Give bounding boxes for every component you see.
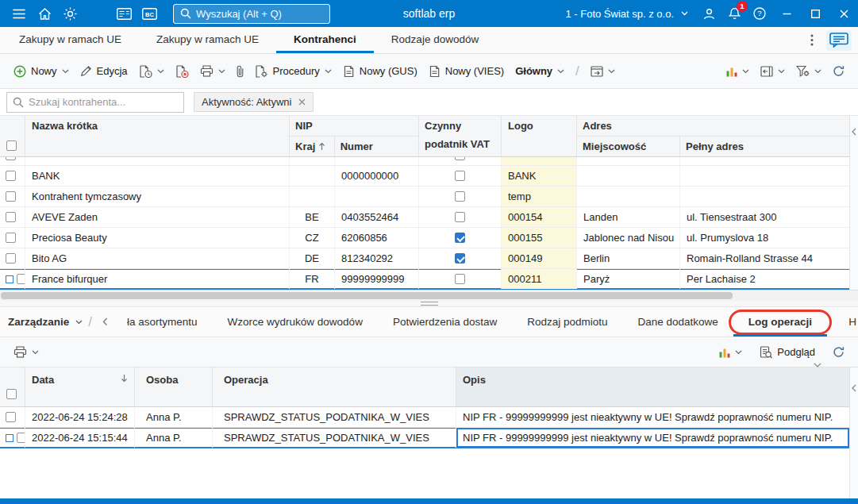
vat-checkbox[interactable] [455, 157, 465, 160]
row-checkbox[interactable] [17, 274, 25, 284]
column-header-date[interactable]: Data [25, 367, 135, 406]
column-header-logo[interactable]: Logo [502, 116, 577, 156]
contractor-row-partial[interactable] [0, 157, 858, 166]
chevron-down-icon[interactable] [814, 363, 821, 367]
select-all-checkbox[interactable] [6, 389, 17, 399]
detail-tab-clipped[interactable]: H [841, 307, 858, 337]
column-header-city[interactable]: Miejscowość [577, 137, 680, 156]
filter-settings-button[interactable] [791, 61, 827, 81]
global-search-input[interactable] [196, 8, 323, 20]
panel-splitter[interactable] [0, 301, 858, 307]
vat-checkbox[interactable] [455, 233, 465, 243]
minimize-button[interactable] [777, 3, 796, 24]
management-menu[interactable]: Zarządzanie [8, 316, 83, 328]
vat-checkbox[interactable] [455, 212, 465, 222]
new-gus-button[interactable]: Nowy (GUS) [337, 61, 423, 82]
chevron-left-icon[interactable] [852, 128, 856, 290]
detail-tab-asortyment[interactable]: ła asortymentu [112, 307, 213, 337]
log-row[interactable]: 2022-06-24 15:24:28 Anna P. SPRAWDZ_STAT… [0, 407, 858, 428]
filter-chip-activity[interactable]: Aktywność: Aktywni [194, 92, 314, 112]
tab-kontrahenci[interactable]: Kontrahenci [276, 27, 374, 53]
detail-tab-log-operacji[interactable]: Log operacji [733, 307, 827, 337]
refresh-button[interactable] [827, 61, 850, 81]
tab-zakupy-w-ramach-ue-2[interactable]: Zakupy w ramach UE [139, 27, 276, 53]
scrollbar-thumb[interactable] [1, 292, 733, 299]
chart-button[interactable] [714, 343, 748, 362]
vat-checkbox[interactable] [455, 171, 465, 181]
company-selector[interactable]: 1 - Foto Świat sp. z o.o. [565, 8, 688, 20]
delete-button[interactable] [170, 61, 194, 82]
contractor-search[interactable] [6, 92, 184, 113]
edit-button[interactable]: Edycja [75, 61, 133, 81]
row-checkbox[interactable] [6, 253, 16, 264]
chevron-down-icon [778, 69, 785, 74]
column-header-country[interactable]: Kraj [290, 137, 335, 156]
contractor-row[interactable]: France bifurquer FR 99999999999 000211 P… [0, 269, 858, 290]
row-checkbox[interactable] [6, 191, 16, 202]
chart-button[interactable] [721, 62, 755, 81]
row-checkbox[interactable] [6, 233, 16, 243]
home-icon[interactable] [35, 3, 54, 24]
tab-zakupy-w-ramach-ue-1[interactable]: Zakupy w ramach UE [2, 27, 139, 53]
column-group-nip[interactable]: NIP Kraj Numer [290, 116, 419, 156]
layout-button[interactable] [585, 62, 621, 81]
settings-icon[interactable] [60, 3, 79, 24]
panel-button[interactable] [755, 62, 791, 81]
maximize-button[interactable] [806, 3, 825, 24]
horizontal-scrollbar[interactable] [0, 290, 858, 301]
column-group-address[interactable]: Adres Miejscowość Pełny adres [577, 116, 849, 156]
contractor-row[interactable]: AVEVE Zaden BE 0403552464 000154 Landen … [0, 207, 858, 228]
contractor-row[interactable]: Kontrahent tymczasowy temp [0, 187, 858, 207]
procedures-button[interactable]: Procedury [249, 61, 337, 82]
new-vies-button[interactable]: Nowy (VIES) [423, 61, 510, 82]
view-selector[interactable]: Główny [510, 61, 570, 81]
tab-rodzaje-dowodow[interactable]: Rodzaje dowodów [374, 27, 496, 53]
column-header-vat[interactable]: Czynny podatnik VAT [419, 116, 502, 156]
detail-tab-potwierdzenia-dostaw[interactable]: Potwierdzenia dostaw [378, 307, 512, 337]
cards-icon[interactable] [114, 3, 133, 24]
history-button[interactable] [133, 61, 170, 82]
print-button[interactable] [8, 342, 44, 362]
vat-checkbox[interactable] [455, 191, 465, 202]
column-header-full-address[interactable]: Pełny adres [680, 137, 849, 156]
print-button[interactable] [194, 61, 231, 81]
chevron-left-icon[interactable] [852, 384, 856, 498]
contractor-row[interactable]: BANK 0000000000 BANK [0, 166, 858, 187]
row-checkbox[interactable] [17, 433, 25, 443]
row-checkbox[interactable] [6, 212, 16, 222]
column-header-person[interactable]: Osoba [135, 367, 213, 406]
new-button[interactable]: Nowy [8, 61, 75, 82]
user-icon[interactable] [699, 3, 718, 24]
detail-tab-wzorce-wydrukow[interactable]: Wzorce wydruków dowodów [213, 307, 378, 337]
menu-icon[interactable] [10, 3, 29, 24]
vat-checkbox[interactable] [455, 253, 465, 264]
column-header-name[interactable]: Nazwa krótka [25, 116, 290, 156]
vat-checkbox[interactable] [455, 274, 465, 284]
row-checkbox[interactable] [6, 157, 16, 160]
row-checkbox[interactable] [6, 412, 16, 422]
select-all-checkbox[interactable] [6, 140, 17, 151]
more-menu-icon[interactable] [810, 34, 814, 46]
column-header-number[interactable]: Numer [335, 137, 418, 156]
contractor-row[interactable]: Preciosa Beauty CZ 62060856 000155 Jablo… [0, 228, 858, 248]
bc-icon[interactable]: BC [140, 3, 159, 24]
tab-scroll-left-icon[interactable] [98, 317, 112, 326]
attachments-button[interactable] [231, 61, 249, 82]
column-header-operation[interactable]: Operacja [213, 367, 456, 406]
help-icon[interactable]: ? [750, 3, 769, 24]
detail-tab-dane-dodatkowe[interactable]: Dane dodatkowe [623, 307, 733, 337]
preview-button[interactable]: Podgląd [754, 342, 821, 363]
column-header-description[interactable]: Opis [456, 367, 849, 406]
close-icon[interactable] [298, 98, 306, 106]
global-search[interactable] [173, 4, 330, 24]
refresh-button[interactable] [827, 342, 850, 362]
contractor-row[interactable]: Bito AG DE 812340292 000149 Berlin Romai… [0, 248, 858, 269]
chat-icon[interactable] [826, 30, 852, 51]
close-button[interactable] [834, 3, 853, 24]
notifications-icon[interactable]: 1 [725, 3, 744, 24]
contractor-search-input[interactable] [29, 96, 178, 108]
log-row[interactable]: 2022-06-24 15:15:44 Anna P. SPRAWDZ_STAT… [0, 428, 858, 448]
row-checkbox[interactable] [6, 171, 16, 181]
cell-vat [419, 269, 502, 289]
detail-tab-rodzaj-podmiotu[interactable]: Rodzaj podmiotu [512, 307, 622, 337]
